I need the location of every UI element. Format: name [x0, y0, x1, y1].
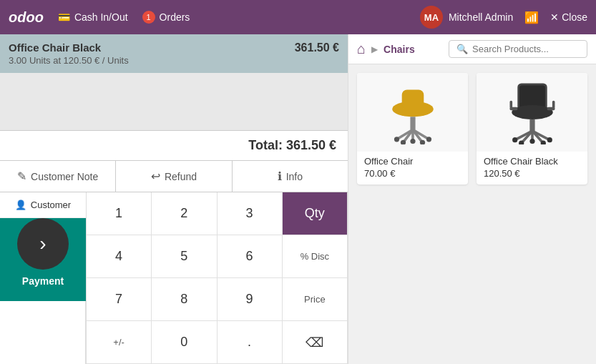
order-item[interactable]: Office Chair Black 3.00 Units at 120.50 …	[0, 34, 348, 73]
wifi-icon: 📶	[524, 11, 539, 24]
product-price: 70.00 €	[364, 168, 461, 179]
svg-point-26	[529, 139, 534, 144]
svg-rect-2	[410, 117, 415, 129]
svg-point-22	[512, 137, 517, 142]
info-label: Info	[286, 171, 303, 182]
logo-text: odoo	[9, 9, 44, 26]
close-button[interactable]: ✕ Close	[550, 11, 587, 23]
breadcrumb-arrow-icon: ▶	[371, 44, 378, 54]
navbar: odoo 💳 Cash In/Out 1 Orders MA Mitchell …	[0, 0, 596, 34]
cash-inout-button[interactable]: 💳 Cash In/Out	[58, 11, 128, 23]
svg-rect-30	[552, 101, 555, 109]
order-empty-area	[0, 73, 348, 130]
svg-point-9	[426, 137, 431, 142]
product-info-office-chair: Office Chair 70.00 €	[357, 152, 468, 185]
orders-label: Orders	[160, 11, 190, 23]
customer-button[interactable]: 👤 Customer	[0, 192, 86, 218]
cash-label: Cash In/Out	[74, 11, 128, 23]
action-tabs: ✎ Customer Note ↩ Refund ℹ Info	[0, 160, 348, 192]
num-8[interactable]: 8	[152, 278, 217, 321]
num-0[interactable]: 0	[152, 321, 217, 364]
order-item-info: Office Chair Black 3.00 Units at 120.50 …	[9, 41, 129, 66]
note-icon: ✎	[17, 169, 26, 183]
num-2[interactable]: 2	[152, 192, 217, 235]
backspace-button[interactable]: ⌫	[283, 321, 348, 364]
total-label: Total:	[248, 138, 283, 152]
numpad: 1 2 3 Qty 4 5 6 % Disc 7 8 9 Price +/- 0…	[86, 192, 348, 364]
order-item-price: 361.50 €	[295, 41, 339, 54]
breadcrumb: ⌂ ▶ Chairs 🔍	[348, 34, 596, 64]
svg-point-8	[394, 137, 399, 142]
customer-note-tab[interactable]: ✎ Customer Note	[0, 161, 116, 192]
refund-label: Refund	[165, 171, 197, 182]
order-total: Total: 361.50 €	[0, 130, 348, 160]
numpad-payment-area: 👤 Customer › Payment 1 2 3 Qty 4 5 6 % D…	[0, 192, 348, 364]
decimal-button[interactable]: .	[218, 321, 283, 364]
num-4[interactable]: 4	[87, 235, 152, 278]
num-7[interactable]: 7	[87, 278, 152, 321]
svg-point-15	[512, 105, 553, 119]
user-name: Mitchell Admin	[449, 11, 513, 23]
disc-button[interactable]: % Disc	[283, 235, 348, 278]
product-name: Office Chair	[364, 156, 461, 167]
main-layout: Office Chair Black 3.00 Units at 120.50 …	[0, 34, 596, 364]
user-menu[interactable]: MA Mitchell Admin	[420, 6, 513, 29]
svg-point-12	[410, 139, 415, 144]
payment-button[interactable]: ›	[17, 218, 69, 270]
product-price: 120.50 €	[484, 168, 580, 179]
num-3[interactable]: 3	[218, 192, 283, 235]
home-icon[interactable]: ⌂	[357, 41, 366, 57]
customer-label: Customer	[31, 200, 71, 210]
refund-icon: ↩	[151, 169, 160, 183]
info-icon: ℹ	[278, 169, 282, 183]
num-6[interactable]: 6	[218, 235, 283, 278]
info-tab[interactable]: ℹ Info	[233, 161, 348, 192]
product-image-office-chair	[357, 73, 468, 152]
product-name: Office Chair Black	[484, 156, 580, 167]
qty-button[interactable]: Qty	[283, 192, 348, 235]
plusminus-button[interactable]: +/-	[87, 321, 152, 364]
payment-area: › Payment	[0, 218, 86, 301]
cash-icon: 💳	[58, 11, 70, 23]
orders-badge: 1	[142, 11, 155, 24]
refund-tab[interactable]: ↩ Refund	[116, 161, 232, 192]
svg-rect-1	[401, 90, 424, 109]
product-info-office-chair-black: Office Chair Black 120.50 €	[477, 152, 587, 185]
navbar-right: MA Mitchell Admin 📶 ✕ Close	[420, 6, 587, 29]
svg-point-23	[547, 137, 552, 142]
customer-note-label: Customer Note	[31, 171, 98, 182]
num-1[interactable]: 1	[87, 192, 152, 235]
close-label: Close	[562, 11, 587, 23]
product-office-chair[interactable]: Office Chair 70.00 €	[357, 73, 468, 185]
svg-rect-29	[509, 101, 512, 109]
products-grid: Office Chair 70.00 €	[348, 64, 596, 193]
num-5[interactable]: 5	[152, 235, 217, 278]
svg-rect-14	[519, 85, 545, 108]
orders-button[interactable]: 1 Orders	[142, 11, 190, 24]
left-panel: Office Chair Black 3.00 Units at 120.50 …	[0, 34, 348, 364]
right-panel: ⌂ ▶ Chairs 🔍	[348, 34, 596, 364]
payment-label: Payment	[22, 275, 64, 287]
search-input[interactable]	[472, 44, 580, 54]
odoo-logo: odoo	[9, 9, 44, 26]
order-item-name: Office Chair Black	[9, 41, 129, 54]
customer-icon: 👤	[15, 200, 26, 210]
search-icon: 🔍	[456, 44, 468, 54]
product-office-chair-black[interactable]: Office Chair Black 120.50 €	[477, 73, 587, 185]
order-item-qty: 3.00 Units at 120.50 € / Units	[9, 55, 129, 66]
customer-section: 👤 Customer › Payment	[0, 192, 86, 364]
total-price: 361.50 €	[286, 138, 336, 152]
breadcrumb-current[interactable]: Chairs	[384, 44, 415, 55]
close-icon: ✕	[550, 11, 559, 23]
product-image-office-chair-black	[477, 73, 587, 152]
search-bar: 🔍	[449, 40, 587, 58]
svg-rect-16	[529, 119, 534, 131]
num-9[interactable]: 9	[218, 278, 283, 321]
avatar: MA	[420, 6, 443, 29]
price-button[interactable]: Price	[283, 278, 348, 321]
